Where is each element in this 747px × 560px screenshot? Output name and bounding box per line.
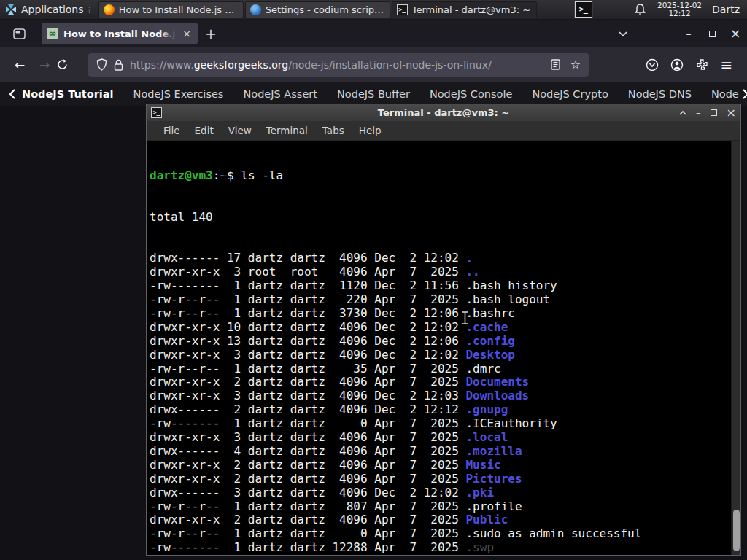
file-meta: -rw-r--r-- 1 dartz dartz 35 Apr 7 2025: [150, 362, 465, 376]
terminal-line: drwxr-xr-x 10 dartz dartz 4096 Dec 2 12:…: [150, 321, 740, 335]
terminal-output-rows: drwx------ 17 dartz dartz 4096 Dec 2 12:…: [150, 252, 740, 555]
site-nav-back-chevron-icon[interactable]: [9, 89, 16, 99]
file-meta: -rw-r--r-- 1 dartz dartz 3730 Dec 2 12:0…: [150, 306, 465, 320]
browser-tab-active[interactable]: ∞ How to Install Node.js on ×: [42, 23, 198, 44]
terminal-menu-edit[interactable]: Edit: [187, 125, 221, 136]
codium-icon: [250, 4, 261, 15]
file-name: .bash_logout: [465, 292, 550, 306]
file-meta: drwxr-xr-x 2 dartz dartz 4096 Apr 7 2025: [150, 375, 465, 389]
pocket-icon[interactable]: [643, 58, 661, 71]
terminal-line: drwxr-xr-x 2 dartz dartz 4096 Apr 7 2025…: [150, 376, 740, 389]
file-name: Music: [465, 458, 500, 472]
site-nav-item-nodejs-exercises[interactable]: NodeJS Exercises: [133, 88, 224, 100]
terminal-menu-view[interactable]: View: [221, 125, 259, 136]
firefox-view-icon[interactable]: [7, 26, 31, 42]
list-all-tabs-chevron-icon[interactable]: [619, 31, 642, 36]
terminal-minimize-button[interactable]: –: [696, 108, 701, 117]
file-meta: drwx------ 2 dartz dartz 4096 Dec 2 12:1…: [150, 402, 465, 416]
file-name: .bash_history: [465, 279, 557, 292]
file-name: .mozilla: [465, 444, 522, 458]
file-meta: drwxr-xr-x 2 dartz dartz 4096 Apr 7 2025: [150, 554, 465, 555]
file-meta: drwxr-xr-x 10 dartz dartz 4096 Dec 2 12:…: [150, 320, 465, 334]
prompt-command: $ ls -la: [227, 168, 283, 182]
file-meta: drwxr-xr-x 3 root root 4096 Apr 7 2025: [150, 265, 465, 279]
forward-icon[interactable]: →: [32, 58, 57, 72]
file-meta: drwxr-xr-x 3 dartz dartz 4096 Dec 2 12:0…: [150, 389, 465, 402]
tab-title: How to Install Node.js on: [63, 28, 176, 39]
account-icon[interactable]: [668, 58, 686, 71]
terminal-line: -rw-r--r-- 1 dartz dartz 0 Apr 7 2025 .s…: [150, 527, 740, 541]
terminal-line: drwx------ 2 dartz dartz 4096 Dec 2 12:1…: [150, 403, 740, 417]
lock-icon[interactable]: [114, 59, 123, 71]
user-menu[interactable]: Dartz: [712, 4, 740, 15]
browser-close-button[interactable]: ×: [724, 26, 747, 41]
terminal-screen[interactable]: dartz@vm3:~$ ls -la total 140 drwx------…: [147, 141, 740, 555]
back-icon[interactable]: ←: [7, 58, 32, 72]
terminal-menu-terminal[interactable]: Terminal: [259, 125, 315, 136]
terminal-titlebar[interactable]: >_ Terminal - dartz@vm3: ~ – ×: [147, 104, 740, 121]
gfg-favicon: ∞: [47, 28, 58, 39]
clock-time: 12:12: [657, 9, 702, 18]
terminal-menu-file[interactable]: File: [156, 125, 187, 136]
tracking-shield-icon[interactable]: [96, 58, 107, 71]
terminal-scrollbar-thumb[interactable]: [733, 510, 740, 551]
browser-restore-button[interactable]: [700, 28, 724, 39]
terminal-line: drwxr-xr-x 3 dartz dartz 4096 Dec 2 12:0…: [150, 349, 740, 362]
file-name: .profile: [465, 499, 522, 513]
browser-minimize-button[interactable]: –: [677, 28, 700, 39]
prompt-cwd: ~: [220, 168, 227, 182]
site-nav-item-nodejs-tutorial[interactable]: NodeJS Tutorial: [22, 88, 114, 100]
file-meta: drwxr-xr-x 13 dartz dartz 4096 Dec 2 12:…: [150, 334, 465, 348]
site-nav-item-nodejs-dns[interactable]: NodeJS DNS: [628, 88, 692, 100]
url-bar[interactable]: https://www.geeksforgeeks.org/node-js/in…: [88, 53, 589, 77]
site-nav-item-nodejs-buffer[interactable]: NodeJS Buffer: [337, 88, 410, 100]
taskbar-button-label: Settings - codium script...: [266, 4, 385, 15]
bookmark-star-icon[interactable]: ☆: [570, 58, 581, 71]
terminal-line: -rw-r--r-- 1 dartz dartz 807 Apr 7 2025 …: [150, 500, 740, 514]
prompt-user-host: dartz@vm3: [150, 168, 213, 182]
terminal-scrollbar[interactable]: [731, 141, 740, 555]
site-nav-next-chevron-icon[interactable]: [742, 89, 747, 99]
terminal-icon: >_: [397, 4, 408, 15]
site-nav-item-nodejs-assert[interactable]: NodeJS Assert: [243, 88, 317, 100]
panel-clock[interactable]: 2025-12-02 12:12: [657, 1, 702, 18]
new-tab-button[interactable]: +: [198, 26, 224, 42]
taskbar-button-settings-codium-script[interactable]: Settings - codium script...: [245, 1, 390, 18]
taskbar: How to Install Node.js o...Settings - co…: [97, 1, 537, 18]
notification-bell-icon[interactable]: [635, 4, 646, 15]
terminal-maximize-button[interactable]: [711, 108, 717, 117]
file-name: .swp: [465, 540, 494, 554]
applications-label: Applications: [21, 4, 84, 15]
terminal-line: drwxr-xr-x 2 dartz dartz 4096 Apr 7 2025…: [150, 472, 740, 486]
file-name: .ICEauthority: [465, 416, 557, 430]
site-nav-item-node[interactable]: Node: [711, 88, 739, 100]
file-meta: drwx------ 4 dartz dartz 4096 Apr 7 2025: [150, 444, 465, 458]
taskbar-button-terminal-dartz-vm3[interactable]: >_Terminal - dartz@vm3: ~: [392, 1, 537, 18]
terminal-line: drwxr-xr-x 3 dartz dartz 4096 Apr 7 2025…: [150, 431, 740, 445]
tab-close-icon[interactable]: ×: [181, 28, 193, 39]
terminal-menu-tabs[interactable]: Tabs: [315, 125, 352, 136]
terminal-shade-button[interactable]: [679, 111, 686, 115]
browser-tab-bar: ∞ How to Install Node.js on × + – ×: [0, 20, 747, 47]
extensions-icon[interactable]: [693, 58, 711, 71]
file-name: .local: [465, 430, 508, 444]
reader-mode-icon[interactable]: [551, 59, 560, 70]
site-nav-item-nodejs-console[interactable]: NodeJS Console: [430, 88, 513, 100]
url-scheme: https://www.: [130, 59, 194, 71]
terminal-line: drwxr-xr-x 13 dartz dartz 4096 Dec 2 12:…: [150, 335, 740, 349]
terminal-menu-help[interactable]: Help: [352, 125, 389, 136]
applications-menu-button[interactable]: Applications ⁞: [0, 0, 97, 19]
file-name: .bashrc: [465, 306, 514, 320]
file-meta: drwxr-xr-x 2 dartz dartz 4096 Apr 7 2025: [150, 513, 465, 526]
file-name: .dmrc: [465, 362, 500, 376]
menu-icon[interactable]: ≡: [718, 56, 735, 74]
taskbar-button-label: Terminal - dartz@vm3: ~: [412, 4, 530, 15]
terminal-line: drwx------ 17 dartz dartz 4096 Dec 2 12:…: [150, 252, 740, 265]
terminal-line: -rw------- 1 dartz dartz 1120 Dec 2 11:5…: [150, 279, 740, 293]
terminal-close-button[interactable]: ×: [727, 107, 736, 119]
browser-toolbar: ← → https://www.geeksforgeeks.org/node-j…: [0, 47, 747, 82]
taskbar-button-how-to-install-node-js-o[interactable]: How to Install Node.js o...: [98, 1, 244, 18]
reload-icon[interactable]: [57, 59, 82, 70]
site-nav-item-nodejs-crypto[interactable]: NodeJS Crypto: [532, 88, 608, 100]
tray-terminal-icon[interactable]: >_: [575, 1, 592, 18]
